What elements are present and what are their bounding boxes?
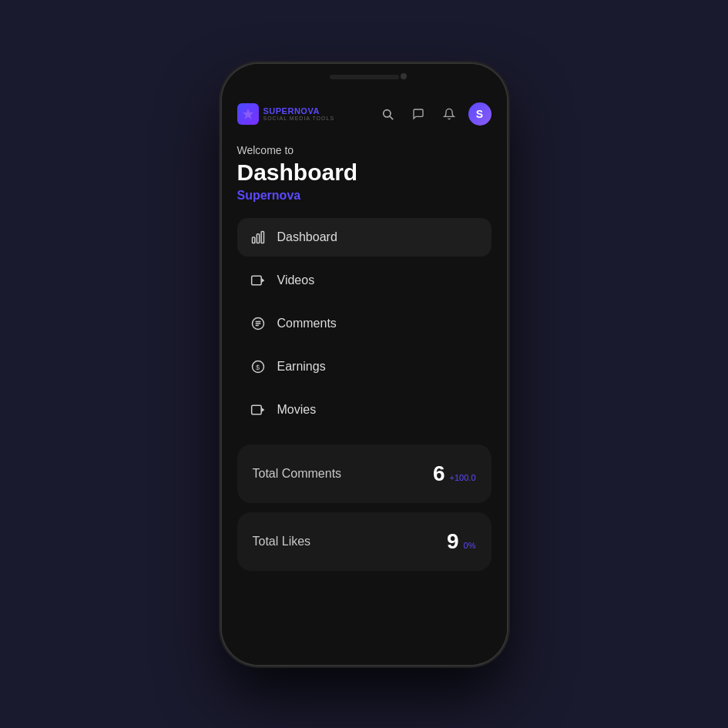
sidebar-item-label-earnings: Earnings <box>277 360 326 374</box>
stat-number-comments: 6 <box>433 461 445 486</box>
message-icon[interactable] <box>407 102 430 126</box>
brand-name-plain: SUPER <box>263 106 294 116</box>
svg-marker-6 <box>261 277 264 283</box>
sidebar-item-movies[interactable]: Movies <box>237 391 491 429</box>
sidebar-item-comments[interactable]: Comments <box>237 304 491 343</box>
stats-cards: Total Comments 6 +100.0 Total Likes 9 0% <box>237 445 491 571</box>
stat-card-likes: Total Likes 9 0% <box>237 512 491 571</box>
brand-name-accent: NOVA <box>294 106 320 116</box>
sidebar-item-dashboard[interactable]: Dashboard <box>237 218 491 257</box>
svg-rect-2 <box>252 237 254 243</box>
stat-number-likes: 9 <box>447 529 459 554</box>
stat-label-comments: Total Comments <box>253 467 342 481</box>
brand-subtitle: SOCIAL MEDIA TOOLS <box>263 116 335 122</box>
sidebar-item-videos[interactable]: Videos <box>237 261 491 300</box>
svg-line-1 <box>390 116 393 119</box>
svg-rect-13 <box>251 405 261 414</box>
page-title: Dashboard <box>237 159 491 186</box>
svg-rect-3 <box>257 233 259 243</box>
bar-chart-icon <box>250 229 267 246</box>
main-content: Welcome to Dashboard Supernova Dashboard <box>222 136 507 665</box>
avatar[interactable]: S <box>468 102 491 126</box>
stat-card-comments: Total Comments 6 +100.0 <box>237 445 491 503</box>
stat-label-likes: Total Likes <box>253 535 311 549</box>
nav-icons: S <box>376 102 491 126</box>
svg-text:$: $ <box>256 363 260 371</box>
sidebar-item-label-dashboard: Dashboard <box>277 230 337 244</box>
brand-tag: Supernova <box>237 189 491 203</box>
phone-frame: SUPERNOVA SOCIAL MEDIA TOOLS <box>222 64 507 665</box>
brand-text: SUPERNOVA SOCIAL MEDIA TOOLS <box>263 106 335 122</box>
svg-marker-14 <box>261 407 264 412</box>
notification-icon[interactable] <box>438 102 461 126</box>
dollar-icon: $ <box>250 358 267 375</box>
phone-screen: SUPERNOVA SOCIAL MEDIA TOOLS <box>222 64 507 665</box>
sidebar-item-label-videos: Videos <box>277 273 315 287</box>
brand-logo: SUPERNOVA SOCIAL MEDIA TOOLS <box>237 103 367 125</box>
sidebar-item-earnings[interactable]: $ Earnings <box>237 347 491 386</box>
stat-value-group-likes: 9 0% <box>447 529 475 554</box>
video-icon-1 <box>250 272 267 289</box>
sidebar-item-label-comments: Comments <box>277 317 337 330</box>
brand-icon <box>237 103 259 125</box>
video-icon-2 <box>250 401 267 418</box>
stat-change-likes: 0% <box>464 541 476 550</box>
svg-rect-4 <box>261 231 263 243</box>
search-icon[interactable] <box>376 102 399 126</box>
comment-icon <box>250 315 267 332</box>
brand-name: SUPERNOVA <box>263 106 335 116</box>
stat-value-group-comments: 6 +100.0 <box>433 461 476 486</box>
stat-change-comments: +100.0 <box>450 473 476 482</box>
phone-notch <box>330 75 399 79</box>
sidebar-item-label-movies: Movies <box>277 403 317 417</box>
svg-rect-5 <box>251 276 261 285</box>
nav-list: Dashboard Videos <box>237 218 491 429</box>
phone-camera <box>401 73 407 79</box>
welcome-text: Welcome to <box>237 144 491 156</box>
